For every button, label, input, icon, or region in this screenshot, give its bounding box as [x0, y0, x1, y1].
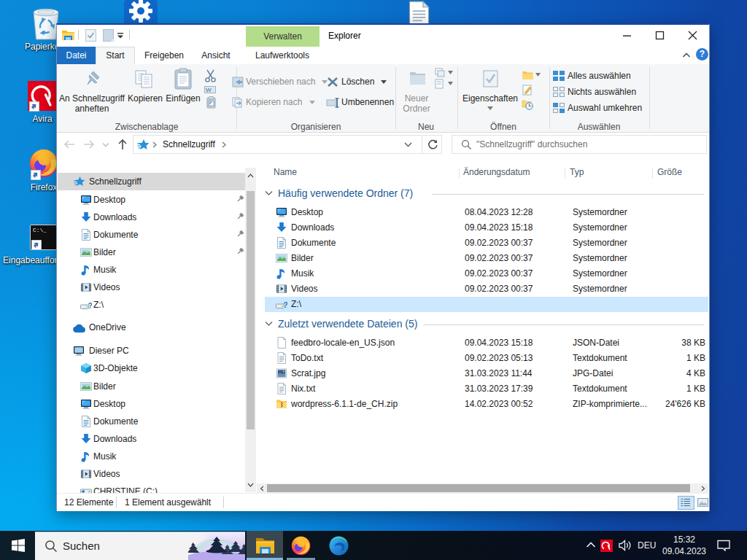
- svg-text:W: W: [206, 87, 212, 93]
